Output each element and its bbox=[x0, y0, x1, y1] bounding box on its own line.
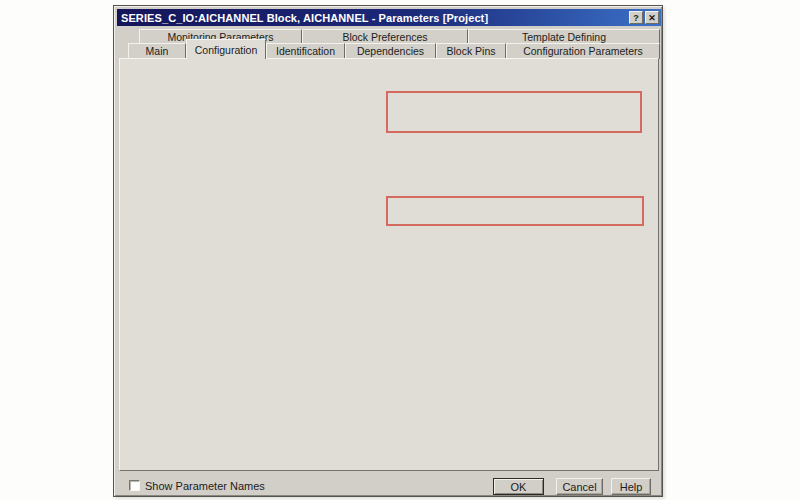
tab-label: Block Pins bbox=[446, 45, 495, 57]
tab-block-preferences[interactable]: Block Preferences bbox=[302, 29, 468, 44]
annotation-low-cutoff-highlight bbox=[386, 196, 644, 226]
tab-template-defining[interactable]: Template Defining bbox=[468, 29, 660, 44]
show-parameter-names-label: Show Parameter Names bbox=[145, 480, 265, 492]
tab-main[interactable]: Main bbox=[128, 43, 186, 59]
tab-block-pins[interactable]: Block Pins bbox=[436, 43, 506, 59]
tab-configuration[interactable]: Configuration bbox=[186, 39, 266, 59]
cancel-button[interactable]: Cancel bbox=[556, 478, 603, 495]
tab-label: Identification bbox=[276, 45, 335, 57]
help-button[interactable]: ? bbox=[629, 11, 643, 24]
help-button-label: Help bbox=[620, 481, 643, 493]
cancel-button-label: Cancel bbox=[562, 481, 596, 493]
tab-label: Template Defining bbox=[522, 31, 606, 43]
tab-identification[interactable]: Identification bbox=[266, 43, 345, 59]
ok-button-label: OK bbox=[511, 481, 527, 493]
tab-label: Main bbox=[146, 45, 169, 57]
window-title: SERIES_C_IO:AICHANNEL Block, AICHANNEL -… bbox=[121, 12, 627, 24]
help-button-footer[interactable]: Help bbox=[611, 478, 651, 495]
help-icon: ? bbox=[633, 13, 639, 23]
title-bar[interactable]: SERIES_C_IO:AICHANNEL Block, AICHANNEL -… bbox=[117, 9, 661, 26]
annotation-pv-high-low-highlight bbox=[386, 91, 642, 133]
close-button[interactable]: ✕ bbox=[645, 11, 659, 24]
close-icon: ✕ bbox=[648, 13, 656, 23]
tab-dependencies[interactable]: Dependencies bbox=[345, 43, 436, 59]
tab-label: Dependencies bbox=[357, 45, 424, 57]
tab-label: Configuration bbox=[195, 44, 257, 56]
show-parameter-names-checkbox[interactable] bbox=[129, 480, 140, 491]
tab-label: Configuration Parameters bbox=[523, 45, 643, 57]
ok-button[interactable]: OK bbox=[493, 478, 544, 495]
screenshot-background: SERIES_C_IO:AICHANNEL Block, AICHANNEL -… bbox=[0, 0, 800, 500]
parameters-dialog: SERIES_C_IO:AICHANNEL Block, AICHANNEL -… bbox=[113, 5, 663, 497]
tab-configuration-parameters[interactable]: Configuration Parameters bbox=[506, 43, 660, 59]
tab-label: Block Preferences bbox=[342, 31, 427, 43]
